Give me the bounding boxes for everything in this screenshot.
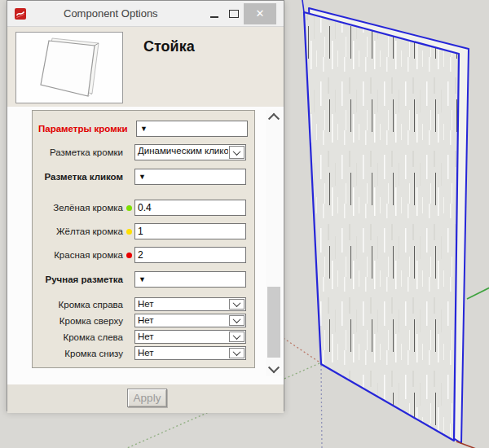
edge-bottom-select[interactable]: Нет xyxy=(134,346,246,360)
edge-right-label: Кромка справа xyxy=(38,300,123,310)
maximize-icon xyxy=(229,10,239,18)
scroll-down-button[interactable] xyxy=(266,363,282,376)
scrollbar-thumb[interactable] xyxy=(267,287,280,358)
close-button[interactable]: ✕ xyxy=(244,3,276,24)
manual-marking-header-label: Ручная разметка xyxy=(38,275,123,284)
options-form: Параметры кромки▼Разметка кромкиДинамиче… xyxy=(32,110,255,368)
form-row-edge-params-header: Параметры кромки▼ xyxy=(38,121,246,137)
close-icon: ✕ xyxy=(256,7,265,20)
form-scrollbar[interactable] xyxy=(266,110,282,376)
edge-left-label: Кромка слева xyxy=(38,332,123,342)
green-edge-dot-icon xyxy=(126,205,132,211)
panel-sketch-icon xyxy=(16,33,122,103)
edge-marking-mode-label: Разметка кромки xyxy=(38,147,123,157)
edge-marking-mode-select[interactable]: Динамическим кликом xyxy=(134,144,246,160)
dialog-footer: Apply xyxy=(7,384,284,413)
edge-right-select[interactable]: Нет xyxy=(134,297,246,311)
edge-top-label: Кромка сверху xyxy=(38,316,123,326)
form-row-click-marking-header: Разметка кликом▼ xyxy=(38,169,246,185)
red-edge-input[interactable] xyxy=(134,247,246,263)
component-name: Стойка xyxy=(143,38,195,55)
edge-left-dropdown-button[interactable] xyxy=(229,332,244,342)
edge-top-select[interactable]: Нет xyxy=(134,314,246,327)
minimize-button[interactable] xyxy=(205,3,224,24)
chevron-down-icon xyxy=(233,315,241,323)
options-content: Параметры кромки▼Разметка кромкиДинамиче… xyxy=(7,107,284,384)
edge-params-header-label: Параметры кромки xyxy=(38,124,125,134)
form-row-edge-marking-mode: Разметка кромкиДинамическим кликом xyxy=(38,144,246,160)
edge-right-dropdown-button[interactable] xyxy=(229,299,244,310)
edge-bottom-label: Кромка снизу xyxy=(38,349,123,358)
edge-left-select[interactable]: Нет xyxy=(134,330,246,344)
edge-top-selected-value: Нет xyxy=(135,314,228,327)
yellow-edge-label: Жёлтая кромка xyxy=(38,226,123,236)
component-options-dialog: Component Options ✕ Стойка Параметры кро… xyxy=(7,0,284,411)
chevron-down-icon xyxy=(233,348,241,356)
form-row-edge-left: Кромка слеваНет xyxy=(38,330,246,344)
chevron-down-icon xyxy=(233,299,241,307)
manual-marking-header-value-box[interactable]: ▼ xyxy=(134,271,246,288)
form-row-edge-right: Кромка справаНет xyxy=(38,297,246,311)
click-marking-header-value-box[interactable]: ▼ xyxy=(134,169,246,185)
minimize-icon xyxy=(210,16,218,18)
form-row-edge-bottom: Кромка снизуНет xyxy=(38,346,246,360)
maximize-button[interactable] xyxy=(224,3,244,24)
edge-top-dropdown-button[interactable] xyxy=(229,315,244,326)
form-row-edge-top: Кромка сверхуНет xyxy=(38,314,246,327)
edge-bottom-dropdown-button[interactable] xyxy=(229,348,244,358)
green-edge-label: Зелёная кромка xyxy=(38,203,123,213)
edge-marking-mode-dropdown-button[interactable] xyxy=(229,146,244,159)
edge-right-selected-value: Нет xyxy=(135,298,228,310)
yellow-edge-dot-icon xyxy=(126,229,132,235)
form-row-yellow-edge: Жёлтая кромка xyxy=(38,223,246,239)
chevron-down-icon xyxy=(233,147,241,156)
green-edge-input[interactable] xyxy=(134,200,246,216)
form-row-green-edge: Зелёная кромка xyxy=(38,200,246,216)
scroll-up-button[interactable] xyxy=(266,110,282,123)
edge-marking-mode-selected-value: Динамическим кликом xyxy=(135,145,228,160)
scrollbar-track[interactable] xyxy=(266,123,282,363)
form-row-manual-marking-header: Ручная разметка▼ xyxy=(38,271,246,288)
red-edge-dot-icon xyxy=(126,253,132,258)
chevron-down-icon xyxy=(268,362,280,373)
form-row-red-edge: Красная кромка xyxy=(38,247,246,263)
yellow-edge-input[interactable] xyxy=(134,223,246,239)
red-edge-label: Красная кромка xyxy=(38,250,123,260)
edge-params-header-value-box[interactable]: ▼ xyxy=(136,121,248,137)
click-marking-header-label: Разметка кликом xyxy=(38,172,123,182)
edge-left-selected-value: Нет xyxy=(135,331,228,343)
chevron-down-icon xyxy=(233,332,241,340)
component-thumbnail xyxy=(15,32,123,103)
edge-bottom-selected-value: Нет xyxy=(135,347,228,359)
component-header: Стойка xyxy=(7,27,284,107)
sketchup-logo-icon xyxy=(14,7,27,20)
dialog-title: Component Options xyxy=(64,7,158,20)
apply-button[interactable]: Apply xyxy=(127,389,167,407)
dialog-titlebar[interactable]: Component Options ✕ xyxy=(7,1,284,27)
